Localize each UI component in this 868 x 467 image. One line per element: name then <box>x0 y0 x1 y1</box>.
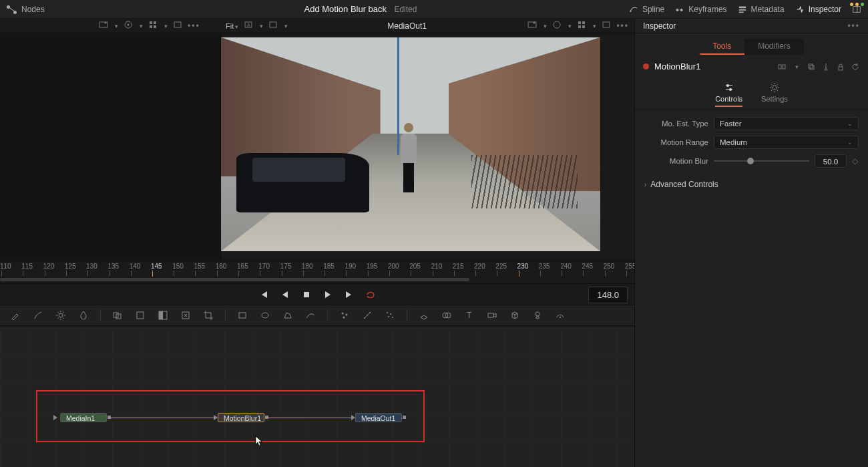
ruler-tick[interactable]: 245 <box>582 263 593 270</box>
channel-b-button[interactable] <box>268 20 278 31</box>
light-tool[interactable] <box>531 309 544 321</box>
param-motionblur-slider[interactable] <box>714 154 809 168</box>
go-to-end-button[interactable] <box>344 289 355 300</box>
3d-shape-tool[interactable] <box>441 309 453 321</box>
nodes-panel-toggle[interactable]: Nodes <box>7 4 45 15</box>
ruler-tick[interactable]: 150 <box>172 263 184 270</box>
ruler-tick[interactable]: 225 <box>495 263 507 270</box>
play-button[interactable] <box>322 289 333 300</box>
chevron-down-icon[interactable]: ▾ <box>164 23 168 29</box>
ruler-tick[interactable]: 240 <box>560 263 572 270</box>
brightness-tool[interactable] <box>55 309 67 321</box>
ruler-tick[interactable]: 155 <box>194 263 205 270</box>
text-tool[interactable]: T <box>463 309 475 321</box>
render-tool[interactable] <box>554 309 566 321</box>
color-sampler-b-button[interactable] <box>552 20 562 31</box>
ruler-tick[interactable]: 120 <box>43 263 55 270</box>
viewer-more-button[interactable]: ••• <box>188 21 200 31</box>
particles-tool[interactable] <box>339 309 351 321</box>
param-moesttype-select[interactable]: Faster⌄ <box>714 117 859 130</box>
node-mediaout1[interactable]: MediaOut1 <box>355 413 402 422</box>
ruler-tick[interactable]: 250 <box>604 263 615 270</box>
channel-a-button[interactable]: A <box>244 20 253 31</box>
chevron-down-icon[interactable]: ▾ <box>260 23 263 29</box>
viewer-b-more-button[interactable]: ••• <box>616 21 629 31</box>
ruler-tick[interactable]: 220 <box>474 263 485 270</box>
ruler-tick[interactable]: 210 <box>431 263 443 270</box>
node-input-socket[interactable] <box>53 415 57 420</box>
grid-button[interactable] <box>148 20 158 31</box>
ruler-tick[interactable]: 175 <box>280 263 292 270</box>
3d-plane-tool[interactable] <box>418 309 430 321</box>
camera-tool[interactable] <box>486 309 498 321</box>
metadata-panel-toggle[interactable]: Metadata <box>738 5 785 14</box>
matte-tool[interactable] <box>157 309 169 321</box>
slider-thumb[interactable] <box>747 158 754 164</box>
ruler-tick[interactable]: 165 <box>237 263 248 270</box>
advanced-controls-toggle[interactable]: › Advanced Controls <box>635 174 868 194</box>
ruler-tick[interactable]: 160 <box>216 263 227 270</box>
inspector-more-button[interactable]: ••• <box>847 21 860 31</box>
ruler-tick[interactable]: 145 <box>151 263 162 270</box>
single-viewer-b-button[interactable] <box>602 20 611 31</box>
node-motionblur1[interactable]: MotionBlur1 <box>218 413 264 422</box>
single-viewer-button[interactable] <box>173 20 182 31</box>
bspline-mask-tool[interactable] <box>304 309 316 321</box>
chevron-down-icon[interactable]: ▾ <box>593 23 596 29</box>
chevron-down-icon[interactable]: ▾ <box>284 23 288 29</box>
chevron-down-icon[interactable]: ▾ <box>544 23 547 29</box>
ruler-tick[interactable]: 255 <box>625 263 634 270</box>
particles-emit-tool[interactable] <box>361 309 373 321</box>
ruler-tick[interactable]: 215 <box>453 263 464 270</box>
color-sampler-button[interactable] <box>124 20 133 31</box>
chevron-down-icon[interactable]: ▾ <box>568 23 572 29</box>
stop-button[interactable] <box>301 289 312 300</box>
param-motionrange-select[interactable]: Medium⌄ <box>714 136 859 149</box>
ruler-tick[interactable]: 185 <box>323 263 335 270</box>
brush-tool[interactable] <box>32 309 44 321</box>
ruler-tick[interactable]: 170 <box>258 263 270 270</box>
ruler-tick[interactable]: 195 <box>367 263 378 270</box>
rectangle-mask-tool[interactable] <box>236 309 248 321</box>
ruler-tick[interactable]: 115 <box>21 263 33 270</box>
go-to-start-button[interactable] <box>258 289 269 300</box>
ruler-tick[interactable]: 180 <box>302 263 313 270</box>
viewport[interactable] <box>221 37 600 251</box>
node-mediain1[interactable]: MediaIn1 <box>60 413 107 422</box>
crop-tool[interactable] <box>202 309 214 321</box>
ruler-tick[interactable]: 110 <box>0 263 11 270</box>
node-output-socket[interactable] <box>403 416 406 419</box>
tab-tools[interactable]: Tools <box>699 39 744 55</box>
ruler-tick[interactable]: 230 <box>517 263 529 270</box>
ruler-tick[interactable]: 125 <box>65 263 76 270</box>
ruler-tick[interactable]: 205 <box>409 263 421 270</box>
ruler-tick[interactable]: 235 <box>539 263 550 270</box>
particles-render-tool[interactable] <box>384 309 396 321</box>
ruler-tick[interactable]: 190 <box>345 263 356 270</box>
resize-tool[interactable] <box>180 309 192 321</box>
blur-tool[interactable] <box>77 309 89 321</box>
ruler-tick[interactable]: 130 <box>86 263 97 270</box>
subtab-settings[interactable]: Settings <box>761 82 788 107</box>
polygon-mask-tool[interactable] <box>282 309 294 321</box>
lock-button[interactable] <box>836 62 845 71</box>
ellipse-mask-tool[interactable] <box>259 309 271 321</box>
seekbar[interactable] <box>0 277 634 283</box>
ruler-tick[interactable]: 200 <box>388 263 399 270</box>
ruler-tick[interactable]: 135 <box>107 263 119 270</box>
chevron-down-icon[interactable]: ▾ <box>792 62 801 71</box>
merge-tool[interactable] <box>112 309 124 321</box>
keyframe-diamond-button[interactable]: ◇ <box>852 156 859 166</box>
grid-b-button[interactable] <box>577 20 586 31</box>
versions-button[interactable] <box>777 62 787 71</box>
view-mode-b-button[interactable] <box>527 20 537 31</box>
tab-modifiers[interactable]: Modifiers <box>744 39 804 55</box>
step-back-button[interactable] <box>280 289 290 300</box>
timecode-display[interactable]: 148.0 <box>588 287 628 303</box>
node-wire[interactable] <box>266 418 353 418</box>
keyframes-panel-toggle[interactable]: Keyframes <box>675 5 726 14</box>
pin-button[interactable] <box>821 62 831 71</box>
param-motionblur-value[interactable]: 50.0 <box>815 154 847 168</box>
loop-button[interactable] <box>365 289 376 300</box>
inspector-panel-toggle[interactable]: Inspector <box>795 5 841 14</box>
